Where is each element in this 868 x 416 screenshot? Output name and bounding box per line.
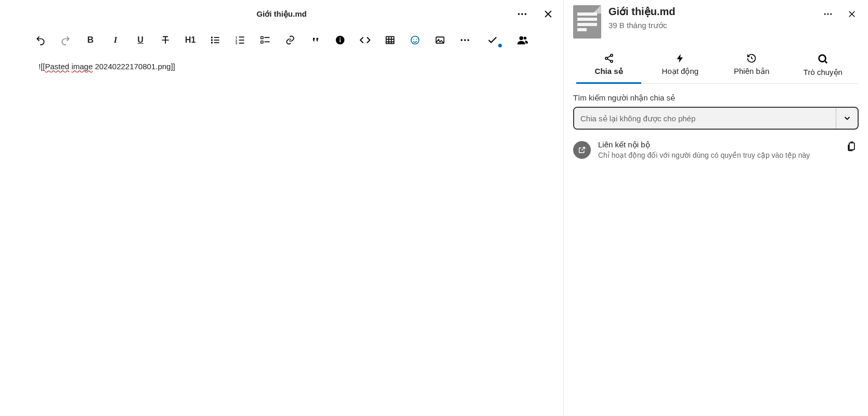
content-text: ![[Pasted image 20240222170801.png]] <box>38 62 175 71</box>
link-button[interactable] <box>278 30 303 51</box>
code-block-button[interactable] <box>353 30 378 51</box>
svg-rect-40 <box>849 143 854 149</box>
svg-point-24 <box>413 39 414 40</box>
svg-point-31 <box>520 36 523 40</box>
svg-rect-14 <box>239 43 244 44</box>
tab-chat[interactable]: Trò chuyện <box>787 49 859 83</box>
details-panel: Giới thiệu.md 39 B tháng trước Chia sẻ H… <box>564 0 868 416</box>
more-horizontal-icon <box>516 8 528 20</box>
collaborators-button[interactable] <box>510 30 535 51</box>
close-icon <box>543 9 553 19</box>
close-icon <box>847 9 857 19</box>
panel-close-button[interactable] <box>842 4 862 24</box>
ordered-list-button[interactable]: 123 <box>228 30 253 51</box>
unordered-list-button[interactable] <box>203 30 228 51</box>
tab-versions[interactable]: Phiên bản <box>716 49 787 83</box>
svg-point-32 <box>524 37 527 40</box>
external-link-icon <box>578 146 586 154</box>
svg-point-29 <box>464 39 466 41</box>
tab-share[interactable]: Chia sẻ <box>573 49 644 83</box>
svg-rect-12 <box>239 36 244 37</box>
panel-file-title: Giới thiệu.md <box>608 5 675 18</box>
svg-rect-16 <box>261 41 263 43</box>
panel-tabs: Chia sẻ Hoạt động Phiên bản Trò chuyện <box>573 49 859 84</box>
svg-rect-13 <box>239 40 244 41</box>
quote-icon <box>310 35 320 45</box>
strikethrough-icon <box>160 35 171 45</box>
table-button[interactable] <box>378 30 403 51</box>
quote-button[interactable] <box>303 30 328 51</box>
people-icon <box>517 34 528 46</box>
redo-icon <box>60 35 71 45</box>
svg-rect-20 <box>340 39 341 42</box>
undo-icon <box>35 35 46 45</box>
editor-close-button[interactable] <box>538 4 558 24</box>
redo-button[interactable] <box>53 30 78 51</box>
internal-link-card: Liên kết nội bộ Chỉ hoạt động đối với ng… <box>573 140 859 160</box>
list-check-icon <box>260 35 270 45</box>
svg-rect-7 <box>214 40 219 41</box>
share-search-label: Tìm kiếm người nhận chia sẻ <box>573 93 859 103</box>
share-recipient-input[interactable] <box>574 108 836 129</box>
italic-button[interactable]: I <box>103 30 128 51</box>
panel-more-button[interactable] <box>818 4 838 24</box>
svg-point-30 <box>468 39 470 41</box>
svg-rect-8 <box>214 42 219 43</box>
panel-header: Giới thiệu.md 39 B tháng trước <box>573 5 859 46</box>
svg-point-0 <box>518 13 520 15</box>
svg-rect-18 <box>264 42 269 43</box>
more-horizontal-icon <box>823 9 833 19</box>
editor-header: Giới thiệu.md <box>0 0 563 28</box>
chevron-down-icon <box>843 114 852 123</box>
share-recipient-combo[interactable] <box>573 107 859 130</box>
more-tools-button[interactable] <box>452 30 477 51</box>
image-icon <box>435 35 445 45</box>
strikethrough-button[interactable] <box>153 30 178 51</box>
editor-more-button[interactable] <box>512 4 532 24</box>
svg-point-21 <box>340 37 341 39</box>
heading-button[interactable]: H1 <box>178 30 203 51</box>
emoji-button[interactable] <box>403 30 427 51</box>
clipboard-icon <box>846 141 857 152</box>
svg-point-23 <box>411 36 419 44</box>
svg-rect-6 <box>214 37 219 38</box>
svg-point-39 <box>819 55 826 62</box>
history-icon <box>746 53 757 64</box>
tab-activity[interactable]: Hoạt động <box>644 49 716 83</box>
task-list-button[interactable] <box>253 30 278 51</box>
underline-button[interactable]: U <box>128 30 153 51</box>
svg-rect-17 <box>264 37 269 38</box>
copy-internal-link-button[interactable] <box>844 141 859 152</box>
share-recipient-dropdown[interactable] <box>836 108 858 129</box>
svg-point-33 <box>824 14 826 15</box>
internal-link-badge <box>573 141 591 159</box>
svg-rect-22 <box>386 36 394 43</box>
undo-button[interactable] <box>28 30 53 51</box>
svg-rect-15 <box>261 36 263 39</box>
file-type-icon <box>573 5 601 39</box>
editor-toolbar: B I U H1 123 <box>0 28 563 52</box>
check-icon <box>487 34 498 46</box>
internal-link-title: Liên kết nội bộ <box>598 140 837 149</box>
svg-point-2 <box>525 13 527 15</box>
image-button[interactable] <box>427 30 452 51</box>
editor-content[interactable]: ![[Pasted image 20240222170801.png]] <box>0 52 563 416</box>
table-icon <box>385 35 395 45</box>
internal-link-desc: Chỉ hoạt động đối với người dùng có quyề… <box>598 150 837 160</box>
emoji-icon <box>410 35 420 45</box>
svg-point-25 <box>416 39 417 40</box>
editor-pane: Giới thiệu.md B I U H1 123 <box>0 0 563 416</box>
bold-button[interactable]: B <box>78 30 103 51</box>
info-button[interactable] <box>328 30 353 51</box>
svg-point-1 <box>521 13 523 15</box>
panel-file-subtitle: 39 B tháng trước <box>608 21 675 30</box>
share-icon <box>604 53 614 64</box>
info-icon <box>335 35 345 45</box>
svg-text:3: 3 <box>236 42 238 45</box>
svg-point-5 <box>211 42 213 43</box>
svg-point-3 <box>211 36 213 38</box>
editor-file-title: Giới thiệu.md <box>256 9 306 19</box>
code-icon <box>359 34 371 46</box>
link-icon <box>285 35 295 45</box>
save-status-button[interactable] <box>480 30 505 51</box>
